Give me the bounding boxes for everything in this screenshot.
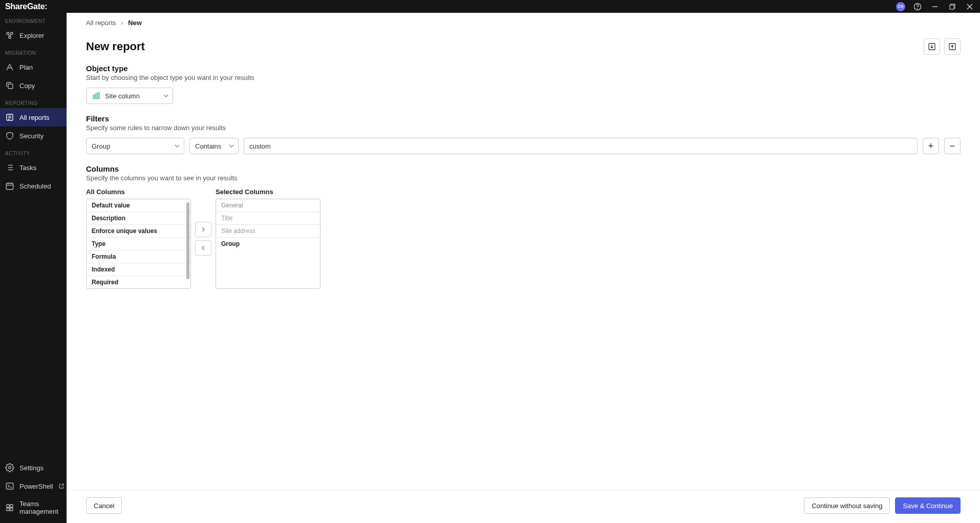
svg-rect-28 [10, 505, 13, 507]
breadcrumb: All reports › New [67, 13, 980, 31]
plan-icon [5, 62, 14, 72]
svg-rect-35 [98, 93, 99, 98]
export-button[interactable] [944, 38, 961, 55]
all-columns-list[interactable]: Default valueDescriptionEnforce unique v… [86, 199, 191, 289]
column-option[interactable]: Default value [87, 199, 190, 212]
filters-title: Filters [86, 114, 961, 123]
reports-icon [5, 113, 14, 122]
sidebar-item-security[interactable]: Security [0, 127, 67, 145]
sidebar: ENVIRONMENTExplorerMIGRATIONPlanCopyREPO… [0, 13, 67, 523]
svg-rect-21 [6, 183, 13, 190]
columns-desc: Specify the columns you want to see in y… [86, 174, 961, 182]
column-option[interactable]: Enforce unique values [87, 225, 190, 238]
svg-rect-10 [8, 84, 13, 89]
all-columns-panel: All Columns Default valueDescriptionEnfo… [86, 188, 191, 289]
svg-point-25 [9, 467, 11, 469]
teams-icon [5, 503, 14, 512]
maximize-icon[interactable] [947, 2, 957, 12]
columns-title: Columns [86, 164, 961, 173]
sidebar-item-scheduled[interactable]: Scheduled [0, 177, 67, 195]
object-type-title: Object type [86, 64, 961, 73]
filter-row: Group Contains + − [86, 138, 961, 154]
object-type-select[interactable]: Site column [86, 88, 173, 104]
column-option[interactable]: Formula [87, 250, 190, 263]
sidebar-item-label: Scheduled [19, 182, 51, 190]
svg-rect-34 [96, 94, 97, 98]
move-right-button[interactable] [195, 222, 211, 237]
column-selected: Title [216, 212, 320, 225]
minimize-icon[interactable] [930, 2, 940, 12]
all-columns-label: All Columns [86, 188, 191, 196]
svg-rect-33 [93, 95, 95, 99]
object-type-value: Site column [105, 92, 140, 100]
chevron-down-icon [163, 93, 168, 98]
sidebar-item-label: Teams management [19, 500, 61, 515]
remove-filter-button[interactable]: − [944, 138, 961, 154]
copy-icon [5, 81, 14, 90]
sidebar-item-teams-management[interactable]: Teams management [0, 495, 67, 520]
external-link-icon [58, 483, 65, 489]
chevron-down-icon [229, 143, 234, 149]
breadcrumb-root[interactable]: All reports [86, 19, 116, 27]
site-column-icon [92, 91, 101, 100]
columns-section: Columns Specify the columns you want to … [86, 164, 961, 289]
sidebar-item-copy[interactable]: Copy [0, 76, 67, 95]
svg-rect-30 [10, 508, 13, 511]
scrollbar[interactable] [185, 199, 190, 288]
import-button[interactable] [924, 38, 940, 55]
filter-operator-value: Contains [195, 142, 221, 150]
sidebar-item-settings[interactable]: Settings [0, 458, 67, 477]
sidebar-section-label: MIGRATION [0, 45, 67, 58]
sidebar-item-label: Plan [19, 64, 33, 71]
save-continue-button[interactable]: Save & Continue [895, 497, 961, 514]
selected-columns-panel: Selected Columns GeneralTitleSite addres… [216, 188, 321, 289]
titlebar: ShareGate: CS [0, 0, 980, 13]
filter-value-input[interactable] [244, 138, 918, 154]
scheduled-icon [5, 181, 14, 191]
filters-section: Filters Specify some rules to narrow dow… [86, 114, 961, 154]
sidebar-item-label: PowerShell [19, 483, 53, 490]
column-option[interactable]: Indexed [87, 263, 190, 276]
column-option[interactable]: Description [87, 212, 190, 225]
page-title: New report [86, 40, 145, 53]
filter-field-value: Group [92, 142, 110, 150]
user-avatar[interactable]: CS [896, 2, 905, 11]
svg-point-9 [9, 36, 11, 39]
sidebar-item-all-reports[interactable]: All reports [0, 108, 67, 127]
object-type-desc: Start by choosing the object type you wa… [86, 74, 961, 81]
tasks-icon [5, 163, 14, 172]
sidebar-item-label: Copy [19, 82, 35, 90]
security-icon [5, 131, 14, 140]
selected-columns-list[interactable]: GeneralTitleSite addressGroup [216, 199, 321, 289]
sidebar-item-powershell[interactable]: PowerShell [0, 477, 67, 495]
move-left-button[interactable] [195, 240, 211, 256]
cancel-button[interactable]: Cancel [86, 497, 122, 514]
column-selected[interactable]: Group [216, 238, 320, 250]
help-icon[interactable] [912, 2, 923, 12]
add-filter-button[interactable]: + [923, 138, 939, 154]
sidebar-item-label: Tasks [19, 164, 36, 172]
sidebar-item-tasks[interactable]: Tasks [0, 158, 67, 177]
filter-operator-select[interactable]: Contains [189, 138, 239, 154]
sidebar-section-label: ENVIRONMENT [0, 13, 67, 26]
svg-rect-4 [950, 5, 954, 9]
column-category: General [216, 199, 320, 212]
close-icon[interactable] [965, 2, 975, 12]
filter-field-select[interactable]: Group [86, 138, 184, 154]
sidebar-item-plan[interactable]: Plan [0, 58, 67, 76]
breadcrumb-current: New [128, 19, 142, 27]
continue-without-saving-button[interactable]: Continue without saving [804, 497, 890, 514]
object-type-section: Object type Start by choosing the object… [86, 64, 961, 104]
brand-logo: ShareGate: [5, 2, 47, 11]
chevron-down-icon [175, 143, 180, 149]
column-option[interactable]: Type [87, 238, 190, 250]
filters-desc: Specify some rules to narrow down your r… [86, 124, 961, 132]
column-option[interactable]: Required [87, 276, 190, 288]
svg-rect-27 [7, 505, 9, 507]
sidebar-item-explorer[interactable]: Explorer [0, 26, 67, 45]
svg-point-1 [918, 8, 918, 9]
sidebar-item-label: All reports [19, 114, 50, 121]
footer: Cancel Continue without saving Save & Co… [67, 490, 980, 523]
sidebar-section-label: ACTIVITY [0, 145, 67, 158]
sidebar-section-label: REPORTING [0, 95, 67, 108]
